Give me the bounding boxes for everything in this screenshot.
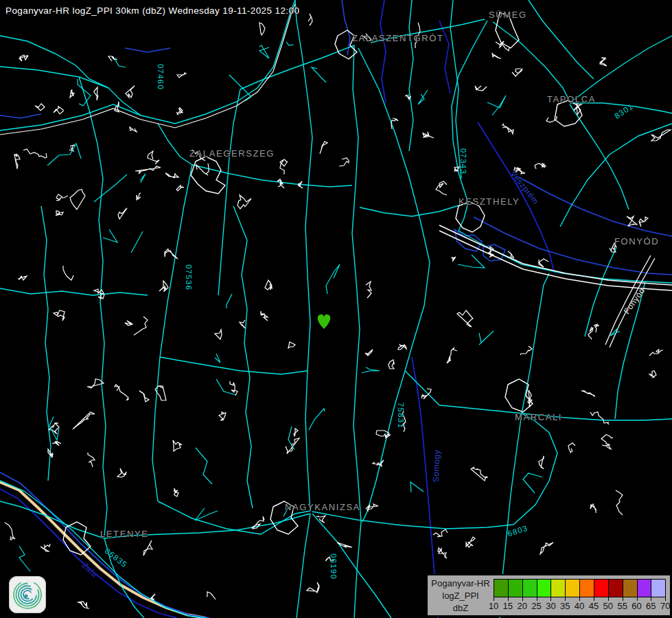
- road-line: [0, 67, 141, 115]
- road-line: [0, 0, 295, 130]
- radar-display: Poganyvar-HR logZ_PPI 30km (dbZ) Wednesd…: [0, 0, 672, 618]
- legend-swatch: [537, 579, 552, 597]
- legend-swatch: [551, 579, 566, 597]
- legend-swatch: [522, 579, 537, 597]
- settlement-outline: [649, 350, 663, 356]
- settlement-outline: [118, 208, 127, 219]
- road-line: [152, 165, 192, 501]
- road-line-minor: [288, 426, 294, 450]
- legend-unit: dbZ: [428, 602, 494, 615]
- settlement-outline: [471, 467, 487, 481]
- road-line-minor: [410, 482, 424, 492]
- road-line-minor: [19, 546, 30, 571]
- settlement-outline: [436, 181, 447, 195]
- settlement-outline: [251, 516, 264, 529]
- legend-tick-value: 15: [503, 601, 513, 611]
- settlement-outline: [389, 360, 394, 369]
- settlement-outline: [265, 280, 273, 290]
- settlement-outline: [23, 149, 47, 158]
- settlement-outline: [237, 195, 251, 209]
- settlement-outline: [135, 166, 161, 174]
- city-label: FONYÓD: [614, 236, 659, 247]
- settlement-outline: [19, 55, 28, 61]
- settlement-outline: [151, 594, 155, 600]
- road-line-minor: [479, 331, 494, 345]
- legend-tick-value: 65: [646, 601, 656, 611]
- legend-color-scale: 10152025303540455055606570: [494, 575, 671, 615]
- city-label: NAGYKANIZSA: [285, 502, 360, 512]
- road-line-minor: [309, 409, 325, 430]
- road-line: [160, 357, 308, 374]
- settlement-outline: [174, 488, 178, 496]
- settlement-outline: [539, 259, 548, 267]
- road-line: [409, 0, 413, 151]
- settlement-outline: [261, 311, 268, 321]
- city-label: LETENYE: [100, 529, 148, 539]
- settlement-outline: [373, 460, 384, 466]
- legend-tick-value: 70: [660, 601, 670, 611]
- settlement-outline: [365, 350, 373, 356]
- road-line: [158, 124, 192, 165]
- settlement-outline: [165, 173, 178, 178]
- road-line: [297, 514, 310, 618]
- settlement-outline: [219, 412, 226, 420]
- road-number-label: 75831: [397, 402, 405, 428]
- road-line-minor: [458, 255, 485, 268]
- road-line: [233, 206, 253, 508]
- road-number-label: 06190: [329, 553, 338, 580]
- city-label: ZALAEGERSZEG: [189, 148, 275, 159]
- river-line: [0, 114, 41, 118]
- legend-swatch: [565, 579, 580, 597]
- settlement-outline: [240, 320, 245, 328]
- road-line-minor: [94, 174, 127, 202]
- settlement-outline: [19, 276, 27, 280]
- settlement-outline: [339, 158, 349, 166]
- legend-swatch: [651, 579, 666, 597]
- legend-swatch: [508, 579, 523, 597]
- spiral-swirl-icon: [9, 576, 46, 613]
- legend-tick-value: 25: [531, 601, 541, 611]
- road-number-label: 07536: [185, 264, 193, 290]
- road-line-minor: [103, 229, 117, 242]
- road-line-minor: [523, 473, 542, 493]
- river-line: [439, 21, 450, 93]
- settlement-outline: [288, 342, 295, 348]
- settlement-outline: [143, 540, 152, 556]
- settlement-outline: [56, 211, 63, 216]
- settlement-outline: [94, 289, 104, 299]
- road-line: [41, 206, 51, 481]
- legend-tick-value: 20: [517, 601, 526, 611]
- road-line-minor: [362, 367, 380, 373]
- settlement-outline: [320, 141, 327, 154]
- road-line-minor: [227, 294, 232, 308]
- legend-tick-value: 40: [575, 601, 584, 611]
- settlement-outline: [649, 371, 656, 378]
- settlement-outline: [294, 428, 298, 436]
- road-line: [240, 45, 354, 89]
- settlement-outline: [627, 216, 637, 226]
- road-line: [312, 514, 391, 618]
- settlement-outline: [520, 346, 532, 355]
- road-line: [0, 36, 108, 88]
- settlement-outline: [594, 324, 599, 332]
- legend-tick-value: 50: [603, 601, 613, 611]
- city-label: ZALASZENTGRÓT: [352, 33, 443, 43]
- settlement-outline: [40, 544, 50, 551]
- settlement-outline: [117, 468, 126, 477]
- settlement-outline: [535, 163, 546, 169]
- road-line: [362, 371, 405, 522]
- settlement-outline: [35, 104, 45, 111]
- road-line: [493, 22, 570, 102]
- road-line-minor: [229, 75, 251, 101]
- road-line-minor: [196, 448, 212, 484]
- city-label: TAPOLCA: [547, 94, 596, 104]
- settlement-outline: [651, 130, 671, 141]
- settlement-outline: [423, 132, 434, 138]
- river-line: [342, 0, 350, 55]
- settlement-outline: [88, 453, 95, 467]
- legend-swatch: [494, 579, 509, 597]
- road-line: [79, 77, 103, 179]
- road-line-minor: [140, 174, 146, 183]
- settlement-outline: [308, 14, 312, 25]
- settlement-outline: [466, 537, 475, 547]
